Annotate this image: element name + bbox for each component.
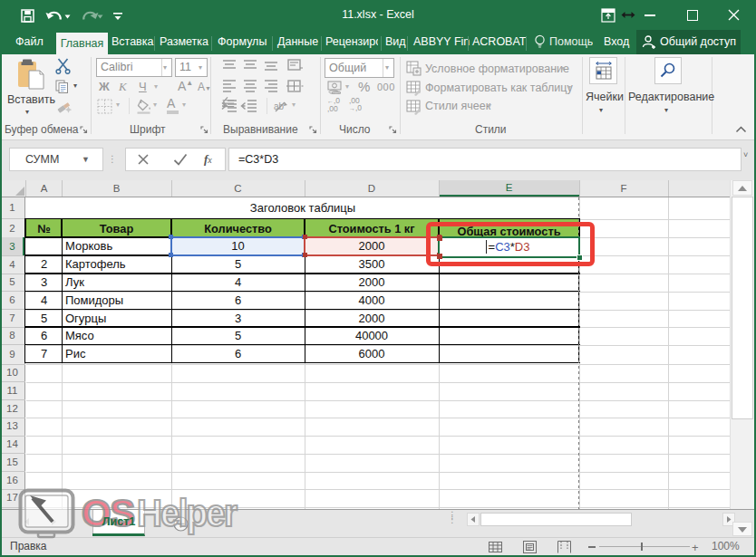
svg-text:ab: ab (274, 101, 285, 111)
